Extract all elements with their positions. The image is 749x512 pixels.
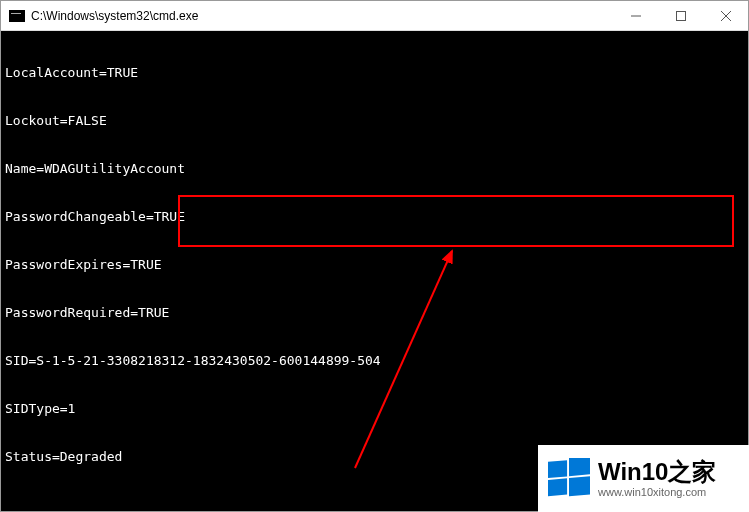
svg-rect-7 [569,458,590,476]
output-line: LocalAccount=TRUE [5,65,744,81]
svg-rect-1 [676,11,685,20]
output-line: PasswordRequired=TRUE [5,305,744,321]
output-line: PasswordChangeable=TRUE [5,209,744,225]
svg-rect-8 [548,478,567,496]
svg-rect-6 [548,460,567,478]
window-controls [613,1,748,30]
output-line: SID=S-1-5-21-3308218312-1832430502-60014… [5,353,744,369]
cmd-window: C:\Windows\system32\cmd.exe LocalAccount… [0,0,749,512]
watermark: Win10之家 www.win10xitong.com [538,445,749,512]
close-button[interactable] [703,1,748,30]
minimize-button[interactable] [613,1,658,30]
window-title: C:\Windows\system32\cmd.exe [31,9,613,23]
svg-rect-9 [569,476,590,496]
watermark-url: www.win10xitong.com [598,486,716,498]
titlebar[interactable]: C:\Windows\system32\cmd.exe [1,1,748,31]
console-area[interactable]: LocalAccount=TRUE Lockout=FALSE Name=WDA… [1,31,748,511]
watermark-text: Win10之家 www.win10xitong.com [598,459,716,497]
cmd-icon [9,10,25,22]
output-line: SIDType=1 [5,401,744,417]
output-line: Lockout=FALSE [5,113,744,129]
output-line: PasswordExpires=TRUE [5,257,744,273]
watermark-title: Win10之家 [598,459,716,485]
windows-logo-icon [548,458,590,500]
maximize-button[interactable] [658,1,703,30]
output-line: Name=WDAGUtilityAccount [5,161,744,177]
